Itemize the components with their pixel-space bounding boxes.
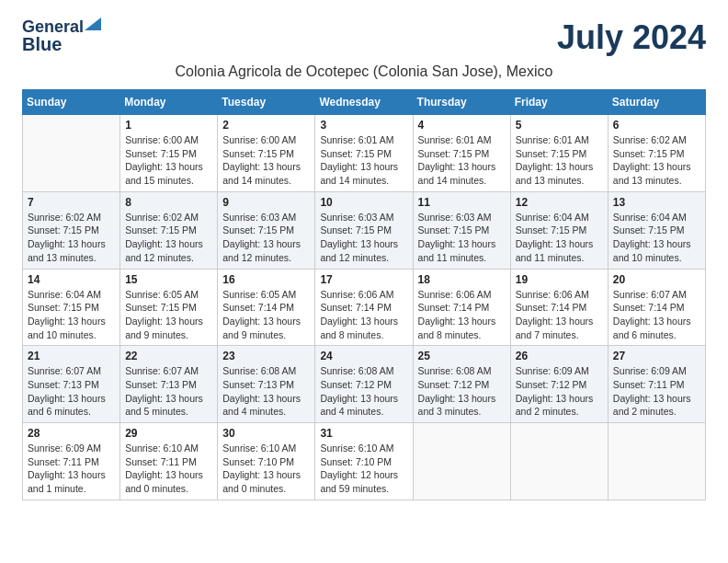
day-info: Sunrise: 6:07 AMSunset: 7:14 PMDaylight:… <box>613 288 700 342</box>
day-info: Sunrise: 6:08 AMSunset: 7:12 PMDaylight:… <box>418 364 506 419</box>
day-header-saturday: Saturday <box>608 90 705 115</box>
day-header-sunday: Sunday <box>23 90 120 115</box>
day-info: Sunrise: 6:03 AMSunset: 7:15 PMDaylight:… <box>320 211 407 265</box>
day-number: 9 <box>222 196 310 209</box>
day-number: 15 <box>125 273 212 286</box>
calendar-cell: 20Sunrise: 6:07 AMSunset: 7:14 PMDayligh… <box>608 269 705 346</box>
day-number: 25 <box>418 350 506 362</box>
logo-general: General <box>22 18 84 35</box>
calendar-cell: 30Sunrise: 6:10 AMSunset: 7:10 PMDayligh… <box>218 423 315 500</box>
calendar-cell: 28Sunrise: 6:09 AMSunset: 7:11 PMDayligh… <box>23 423 120 500</box>
calendar-cell: 29Sunrise: 6:10 AMSunset: 7:11 PMDayligh… <box>120 423 218 500</box>
day-info: Sunrise: 6:10 AMSunset: 7:10 PMDaylight:… <box>222 442 310 496</box>
day-info: Sunrise: 6:09 AMSunset: 7:11 PMDaylight:… <box>613 364 700 419</box>
month-title: July 2024 <box>557 18 706 57</box>
day-info: Sunrise: 6:08 AMSunset: 7:12 PMDaylight:… <box>320 364 407 419</box>
calendar-cell: 5Sunrise: 6:01 AMSunset: 7:15 PMDaylight… <box>510 115 608 192</box>
day-number: 21 <box>28 350 115 362</box>
logo-blue: Blue <box>22 34 62 54</box>
day-info: Sunrise: 6:06 AMSunset: 7:14 PMDaylight:… <box>418 288 506 342</box>
calendar-cell <box>608 423 705 500</box>
day-number: 2 <box>222 119 310 132</box>
day-number: 7 <box>28 196 115 209</box>
calendar-cell: 24Sunrise: 6:08 AMSunset: 7:12 PMDayligh… <box>315 346 413 423</box>
calendar-cell: 13Sunrise: 6:04 AMSunset: 7:15 PMDayligh… <box>608 191 705 269</box>
day-number: 14 <box>28 273 115 286</box>
calendar-cell: 19Sunrise: 6:06 AMSunset: 7:14 PMDayligh… <box>510 269 608 346</box>
day-number: 3 <box>320 119 407 132</box>
day-number: 17 <box>320 273 407 286</box>
day-info: Sunrise: 6:10 AMSunset: 7:11 PMDaylight:… <box>125 442 212 496</box>
calendar-cell: 10Sunrise: 6:03 AMSunset: 7:15 PMDayligh… <box>315 191 413 269</box>
calendar-cell: 16Sunrise: 6:05 AMSunset: 7:14 PMDayligh… <box>218 269 315 346</box>
day-info: Sunrise: 6:03 AMSunset: 7:15 PMDaylight:… <box>222 211 310 265</box>
day-info: Sunrise: 6:04 AMSunset: 7:15 PMDaylight:… <box>516 211 603 265</box>
calendar-table: SundayMondayTuesdayWednesdayThursdayFrid… <box>22 89 706 500</box>
day-header-tuesday: Tuesday <box>218 90 315 115</box>
day-number: 28 <box>28 427 115 440</box>
calendar-cell: 11Sunrise: 6:03 AMSunset: 7:15 PMDayligh… <box>413 191 510 269</box>
calendar-cell <box>23 115 120 192</box>
day-info: Sunrise: 6:09 AMSunset: 7:12 PMDaylight:… <box>516 364 603 419</box>
calendar-cell: 9Sunrise: 6:03 AMSunset: 7:15 PMDaylight… <box>218 191 315 269</box>
day-info: Sunrise: 6:03 AMSunset: 7:15 PMDaylight:… <box>418 211 506 265</box>
calendar-cell: 23Sunrise: 6:08 AMSunset: 7:13 PMDayligh… <box>218 346 315 423</box>
day-number: 13 <box>613 196 700 209</box>
day-number: 31 <box>320 427 407 440</box>
calendar-cell: 7Sunrise: 6:02 AMSunset: 7:15 PMDaylight… <box>23 191 120 269</box>
day-header-friday: Friday <box>510 90 608 115</box>
calendar-cell: 18Sunrise: 6:06 AMSunset: 7:14 PMDayligh… <box>413 269 510 346</box>
day-info: Sunrise: 6:09 AMSunset: 7:11 PMDaylight:… <box>28 442 115 496</box>
calendar-cell <box>413 423 510 500</box>
calendar-cell: 12Sunrise: 6:04 AMSunset: 7:15 PMDayligh… <box>510 191 608 269</box>
calendar-cell: 14Sunrise: 6:04 AMSunset: 7:15 PMDayligh… <box>23 269 120 346</box>
day-info: Sunrise: 6:04 AMSunset: 7:15 PMDaylight:… <box>28 288 115 342</box>
day-info: Sunrise: 6:10 AMSunset: 7:10 PMDaylight:… <box>320 442 407 496</box>
day-info: Sunrise: 6:00 AMSunset: 7:15 PMDaylight:… <box>222 133 310 188</box>
day-number: 8 <box>125 196 212 209</box>
calendar-cell: 3Sunrise: 6:01 AMSunset: 7:15 PMDaylight… <box>315 115 413 192</box>
day-number: 1 <box>125 119 212 132</box>
day-info: Sunrise: 6:01 AMSunset: 7:15 PMDaylight:… <box>320 133 407 188</box>
day-number: 16 <box>222 273 310 286</box>
day-info: Sunrise: 6:02 AMSunset: 7:15 PMDaylight:… <box>125 211 212 265</box>
logo: General Blue <box>22 18 101 54</box>
day-header-wednesday: Wednesday <box>315 90 413 115</box>
day-info: Sunrise: 6:02 AMSunset: 7:15 PMDaylight:… <box>28 211 115 265</box>
day-number: 19 <box>516 273 603 286</box>
day-info: Sunrise: 6:08 AMSunset: 7:13 PMDaylight:… <box>222 364 310 419</box>
day-info: Sunrise: 6:05 AMSunset: 7:15 PMDaylight:… <box>125 288 212 342</box>
calendar-cell: 26Sunrise: 6:09 AMSunset: 7:12 PMDayligh… <box>510 346 608 423</box>
day-info: Sunrise: 6:01 AMSunset: 7:15 PMDaylight:… <box>516 133 603 188</box>
day-number: 4 <box>418 119 506 132</box>
svg-marker-0 <box>85 17 101 30</box>
calendar-cell: 6Sunrise: 6:02 AMSunset: 7:15 PMDaylight… <box>608 115 705 192</box>
logo-icon <box>85 17 101 30</box>
day-info: Sunrise: 6:05 AMSunset: 7:14 PMDaylight:… <box>222 288 310 342</box>
calendar-cell: 17Sunrise: 6:06 AMSunset: 7:14 PMDayligh… <box>315 269 413 346</box>
day-number: 12 <box>516 196 603 209</box>
day-number: 30 <box>222 427 310 440</box>
day-number: 20 <box>613 273 700 286</box>
calendar-cell: 15Sunrise: 6:05 AMSunset: 7:15 PMDayligh… <box>120 269 218 346</box>
day-info: Sunrise: 6:02 AMSunset: 7:15 PMDaylight:… <box>613 133 700 188</box>
day-info: Sunrise: 6:07 AMSunset: 7:13 PMDaylight:… <box>28 364 115 419</box>
calendar-cell: 2Sunrise: 6:00 AMSunset: 7:15 PMDaylight… <box>218 115 315 192</box>
location-title: Colonia Agricola de Ocotepec (Colonia Sa… <box>22 63 706 80</box>
day-header-thursday: Thursday <box>413 90 510 115</box>
day-info: Sunrise: 6:07 AMSunset: 7:13 PMDaylight:… <box>125 364 212 419</box>
calendar-cell <box>510 423 608 500</box>
day-number: 26 <box>516 350 603 362</box>
calendar-cell: 8Sunrise: 6:02 AMSunset: 7:15 PMDaylight… <box>120 191 218 269</box>
calendar-cell: 1Sunrise: 6:00 AMSunset: 7:15 PMDaylight… <box>120 115 218 192</box>
calendar-cell: 31Sunrise: 6:10 AMSunset: 7:10 PMDayligh… <box>315 423 413 500</box>
day-number: 10 <box>320 196 407 209</box>
day-number: 24 <box>320 350 407 362</box>
calendar-cell: 22Sunrise: 6:07 AMSunset: 7:13 PMDayligh… <box>120 346 218 423</box>
day-number: 22 <box>125 350 212 362</box>
day-number: 6 <box>613 119 700 132</box>
day-info: Sunrise: 6:06 AMSunset: 7:14 PMDaylight:… <box>320 288 407 342</box>
day-info: Sunrise: 6:06 AMSunset: 7:14 PMDaylight:… <box>516 288 603 342</box>
calendar-cell: 4Sunrise: 6:01 AMSunset: 7:15 PMDaylight… <box>413 115 510 192</box>
day-info: Sunrise: 6:00 AMSunset: 7:15 PMDaylight:… <box>125 133 212 188</box>
